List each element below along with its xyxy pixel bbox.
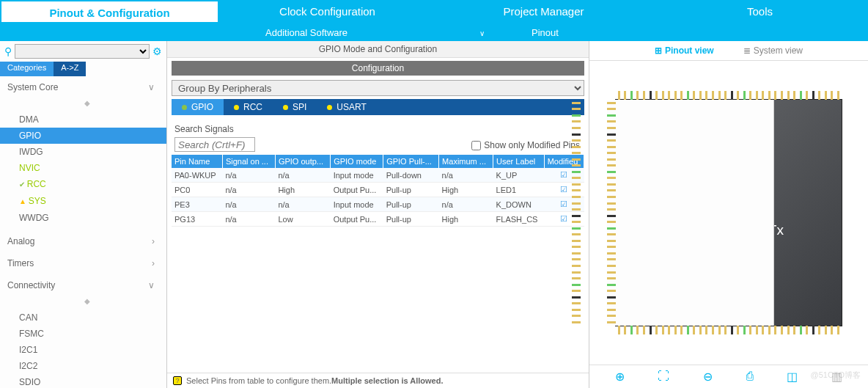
group-analog[interactable]: Analog› <box>7 233 166 249</box>
pin[interactable] <box>572 133 581 136</box>
pin[interactable] <box>812 91 814 100</box>
search-signals-input[interactable] <box>174 137 255 152</box>
pin[interactable] <box>774 91 776 100</box>
pin[interactable] <box>818 326 820 334</box>
pin[interactable] <box>737 326 739 334</box>
pin[interactable] <box>624 326 626 334</box>
item-iwdg[interactable]: IWDG <box>7 144 166 160</box>
table-row[interactable]: PE3n/an/aInput modePull-upn/aK_DOWN☑ <box>172 197 584 212</box>
pin[interactable] <box>668 326 670 334</box>
pin[interactable] <box>572 146 581 148</box>
pinout-view-tab[interactable]: ⊞Pinout view <box>655 45 714 56</box>
pin[interactable] <box>572 321 581 323</box>
pin[interactable] <box>572 252 581 255</box>
pin[interactable] <box>743 91 746 100</box>
pin[interactable] <box>699 91 702 100</box>
pin[interactable] <box>831 91 833 100</box>
tab-tools[interactable]: Tools <box>652 0 868 23</box>
pin[interactable] <box>643 326 645 334</box>
pin[interactable] <box>572 120 581 122</box>
pin[interactable] <box>825 326 827 334</box>
fit-icon[interactable]: ⛶ <box>658 370 669 384</box>
group-by-select[interactable]: Group By Peripherals <box>172 80 584 96</box>
col-header[interactable]: Pin Name <box>172 155 222 168</box>
zoom-out-icon[interactable]: ⊖ <box>703 370 713 384</box>
pin[interactable] <box>650 326 652 334</box>
pin[interactable] <box>572 309 581 311</box>
pin[interactable] <box>572 290 581 292</box>
pin[interactable] <box>668 91 670 100</box>
pin[interactable] <box>618 91 620 100</box>
pin[interactable] <box>680 326 683 334</box>
col-header[interactable]: GPIO Pull-... <box>383 155 439 168</box>
periph-gpio[interactable]: GPIO <box>172 99 224 115</box>
table-row[interactable]: PG13n/aLowOutput Pu...Pull-upHighFLASH_C… <box>172 212 584 227</box>
pin[interactable] <box>837 91 839 100</box>
item-nvic[interactable]: NVIC <box>7 160 166 176</box>
col-header[interactable]: GPIO outp... <box>275 155 330 168</box>
pin[interactable] <box>572 240 581 242</box>
tab-clock[interactable]: Clock Configuration <box>219 0 435 23</box>
pin[interactable] <box>687 91 689 100</box>
pin[interactable] <box>818 91 820 100</box>
pin[interactable] <box>800 91 802 100</box>
pin[interactable] <box>699 326 702 334</box>
pin[interactable] <box>705 326 707 334</box>
pin[interactable] <box>674 91 677 100</box>
pin[interactable] <box>572 196 581 198</box>
pin[interactable] <box>662 91 664 100</box>
col-header[interactable]: User Label <box>493 155 545 168</box>
pin[interactable] <box>572 139 581 142</box>
pin[interactable] <box>762 326 764 334</box>
pin[interactable] <box>572 296 581 299</box>
pin[interactable] <box>636 326 639 334</box>
pin[interactable] <box>572 233 581 235</box>
pin[interactable] <box>572 171 581 173</box>
pin[interactable] <box>630 91 633 100</box>
pin[interactable] <box>749 326 751 334</box>
pin[interactable] <box>693 326 695 334</box>
pin[interactable] <box>731 91 733 100</box>
pin[interactable] <box>572 265 581 267</box>
pin[interactable] <box>825 91 827 100</box>
periph-rcc[interactable]: RCC <box>224 99 273 115</box>
table-row[interactable]: PC0n/aHighOutput Pu...Pull-upHighLED1☑ <box>172 183 584 197</box>
item-sys[interactable]: SYS <box>7 193 166 210</box>
pin[interactable] <box>800 326 802 334</box>
chip-package[interactable]: ST STM32F103ZETx LQFP144 <box>615 99 842 326</box>
pin[interactable] <box>572 302 581 304</box>
subtab-pinout[interactable]: ∨Pinout <box>435 27 603 38</box>
tab-pinout[interactable]: Pinout & Configuration <box>1 1 218 22</box>
pin[interactable] <box>674 326 677 334</box>
item-wwdg[interactable]: WWDG <box>7 210 166 226</box>
pin[interactable] <box>724 91 727 100</box>
pin[interactable] <box>781 91 783 100</box>
pin[interactable] <box>572 127 581 129</box>
item-sdio[interactable]: SDIO <box>7 374 166 388</box>
pin[interactable] <box>812 326 814 334</box>
pin[interactable] <box>572 152 581 154</box>
tab-categories[interactable]: Categories <box>0 62 54 76</box>
table-row[interactable]: PA0-WKUPn/an/aInput modePull-downn/aK_UP… <box>172 168 584 183</box>
pin[interactable] <box>650 91 652 100</box>
item-i2c1[interactable]: I2C1 <box>7 342 166 358</box>
periph-usart[interactable]: USART <box>317 99 376 115</box>
pin[interactable] <box>572 284 581 286</box>
pin[interactable] <box>572 258 581 260</box>
col-header[interactable]: GPIO mode <box>331 155 383 168</box>
pin[interactable] <box>693 91 695 100</box>
periph-spi[interactable]: SPI <box>273 99 317 115</box>
pin[interactable] <box>712 326 714 334</box>
pin[interactable] <box>624 91 626 100</box>
pin[interactable] <box>743 326 746 334</box>
item-fsmc[interactable]: FSMC <box>7 326 166 342</box>
pin[interactable] <box>572 221 581 223</box>
pin[interactable] <box>572 277 581 279</box>
peripheral-search[interactable] <box>15 44 150 59</box>
pin[interactable] <box>756 326 758 334</box>
pin[interactable] <box>572 164 581 166</box>
item-dma[interactable]: DMA <box>7 111 166 128</box>
group-system-core[interactable]: System Core∨ <box>7 79 166 95</box>
col-header[interactable]: Maximum ... <box>439 155 493 168</box>
pin[interactable] <box>793 91 795 100</box>
